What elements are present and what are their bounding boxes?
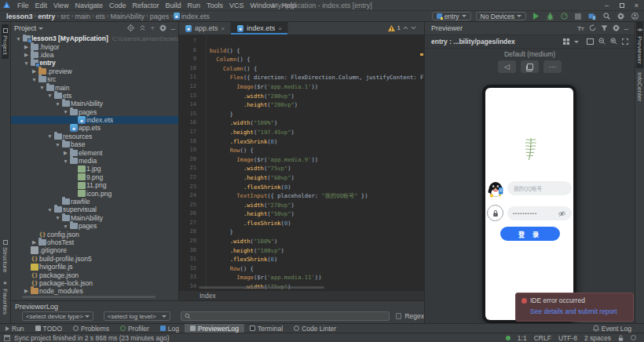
code-line[interactable]: 29 .width("100%") — [179, 237, 424, 246]
tree-item[interactable]: ▶.preview — [11, 67, 178, 75]
chevron-down-icon[interactable] — [574, 41, 579, 43]
code-line[interactable]: 19 Row() { — [179, 146, 424, 155]
log-level-select[interactable]: <select log level> — [104, 311, 170, 321]
menu-tools[interactable]: Tools — [203, 2, 226, 9]
menu-build[interactable]: Build — [162, 2, 184, 9]
tree-item[interactable]: index.ets — [11, 116, 178, 124]
tool-tab-project[interactable]: Project — [2, 24, 9, 59]
inspection-widget[interactable]: 1 — [388, 24, 416, 31]
code-line[interactable]: 20 Image($r('app.media.9')) — [179, 155, 424, 165]
tree-item[interactable]: ▼MainAbility — [11, 214, 178, 222]
tree-item[interactable]: build-profile.json5 — [11, 255, 178, 263]
tree-item[interactable]: ▼pages — [11, 222, 178, 230]
tree-item[interactable]: ▼MainAbility — [11, 100, 178, 107]
login-button[interactable]: 登 录 — [500, 227, 560, 241]
multi-window-button[interactable] — [521, 60, 539, 73]
hide-icon[interactable]: – — [624, 24, 628, 33]
tool-window-problems[interactable]: Problems — [68, 324, 115, 333]
menu-code[interactable]: Code — [106, 2, 130, 9]
tool-window-profiler[interactable]: Profiler — [115, 324, 155, 333]
tree-item[interactable]: ▼resources — [11, 133, 178, 140]
tree-item[interactable]: ▼src — [11, 75, 178, 83]
tree-item[interactable]: ▶.idea — [11, 51, 178, 59]
tree-item[interactable]: 9.png — [11, 173, 178, 181]
device-selector[interactable]: No Devices — [476, 12, 526, 20]
highlight-level-icon[interactable] — [631, 335, 636, 340]
next-warning-icon[interactable] — [411, 26, 416, 30]
editor-breadcrumb[interactable]: Index — [179, 290, 424, 300]
tree-item[interactable]: 11.png — [11, 181, 178, 189]
prev-warning-icon[interactable] — [403, 26, 408, 30]
search-icon[interactable] — [602, 12, 611, 21]
code-line[interactable]: 23 .flexShrink(0) — [179, 183, 424, 192]
font-scale-icon[interactable]: TT — [577, 25, 584, 32]
close-icon[interactable]: × — [278, 25, 282, 32]
tool-window-run[interactable]: Run — [0, 324, 30, 333]
maximize-button[interactable] — [614, 0, 629, 10]
code-line[interactable]: 12 Image($r('app.media.1')) — [179, 82, 424, 92]
tool-window-todo[interactable]: TODO — [30, 324, 68, 333]
code-line[interactable]: 27 .flexShrink(0) — [179, 219, 424, 228]
breadcrumb-item[interactable]: main — [74, 13, 93, 20]
locate-icon[interactable] — [127, 24, 134, 33]
caret-position[interactable]: 1:1 — [518, 334, 527, 342]
code-line[interactable]: 9 Column() { — [179, 55, 424, 64]
collapse-all-icon[interactable] — [139, 24, 146, 33]
tool-tab-favorites[interactable]: ★Favorites — [2, 276, 9, 318]
tree-item[interactable]: ▼lesson3 [MyApplication]C:\Users\LaiHan\… — [11, 35, 178, 42]
code-line[interactable]: 30 .height("100vp") — [179, 246, 424, 256]
menu-view[interactable]: View — [50, 2, 71, 9]
breadcrumb-item[interactable]: lesson3 — [5, 13, 35, 20]
tree-item[interactable]: config.json — [11, 230, 178, 238]
zoom-out-icon[interactable] — [598, 38, 606, 46]
tree-item[interactable]: ▼entry — [11, 59, 178, 67]
tree-item[interactable]: icon.png — [11, 189, 178, 197]
code-line[interactable]: 24 TextInput({ placeholder: "我的QQ帐号" }) — [179, 191, 424, 201]
module-selector[interactable]: entry — [432, 12, 471, 20]
code-line[interactable]: 15 } — [179, 110, 424, 119]
code-line[interactable]: 7 — [179, 37, 424, 46]
hide-icon[interactable]: – — [171, 24, 175, 33]
editor-tab-app-ets[interactable]: app.ets× — [179, 22, 231, 35]
breadcrumb-item[interactable]: entry — [36, 13, 57, 20]
tree-item[interactable]: rawfile — [11, 198, 178, 206]
gear-icon[interactable] — [613, 24, 620, 33]
code-line[interactable]: 8 build() { — [179, 46, 424, 56]
back-button[interactable]: ◁ — [498, 60, 516, 73]
code-editor[interactable]: 78 build() {9 Column() {10 Column() {11 … — [179, 35, 424, 290]
project-view-selector[interactable]: Project — [14, 24, 43, 32]
profiler-button[interactable] — [559, 12, 569, 21]
tool-window-previewerlog[interactable]: PreviewerLog — [185, 324, 244, 333]
menu-vcs[interactable]: VCS — [226, 2, 247, 9]
lock-icon[interactable] — [618, 335, 624, 341]
filter-icon[interactable] — [601, 24, 608, 33]
code-line[interactable]: 22 .height("60vp") — [179, 173, 424, 183]
run-button[interactable] — [531, 12, 540, 21]
close-icon[interactable]: × — [221, 25, 225, 32]
window-switcher-icon[interactable] — [4, 335, 10, 341]
account-input[interactable]: 我的QQ帐号 — [507, 181, 572, 195]
tree-item[interactable]: ▼media — [11, 157, 178, 165]
event-log-button[interactable]: Event Log — [593, 325, 631, 333]
tree-item[interactable]: ▶ohosTest — [11, 238, 178, 246]
regex-checkbox[interactable] — [396, 313, 402, 319]
code-line[interactable]: 28 } — [179, 227, 424, 237]
zoom-in-icon[interactable] — [610, 38, 617, 46]
code-line[interactable]: 10 Column() { — [179, 64, 424, 74]
tool-window-terminal[interactable]: Terminal — [244, 324, 288, 333]
tree-item[interactable]: .gitignore — [11, 246, 178, 254]
tool-window-log[interactable]: Log — [155, 324, 185, 333]
code-line[interactable]: 26 .height("50vp") — [179, 209, 424, 219]
device-manager-icon[interactable] — [587, 12, 597, 21]
tool-tab-structure[interactable]: Structure — [2, 236, 9, 276]
close-button[interactable]: × — [629, 0, 644, 10]
status-message[interactable]: Sync project finished in 2 s 868 ms (23 … — [14, 334, 170, 342]
debug-button[interactable] — [545, 12, 554, 21]
tool-tab-infocenter[interactable]: InfoCenter — [636, 68, 643, 105]
tree-item[interactable]: ▼supervisual — [11, 206, 178, 213]
toast-report-link[interactable]: See details and submit report — [530, 307, 628, 315]
frame-icon[interactable] — [587, 38, 594, 46]
split-icon[interactable]: ÷ — [151, 24, 155, 32]
menu-file[interactable]: File — [14, 2, 32, 9]
more-button[interactable]: ··· — [543, 60, 562, 73]
